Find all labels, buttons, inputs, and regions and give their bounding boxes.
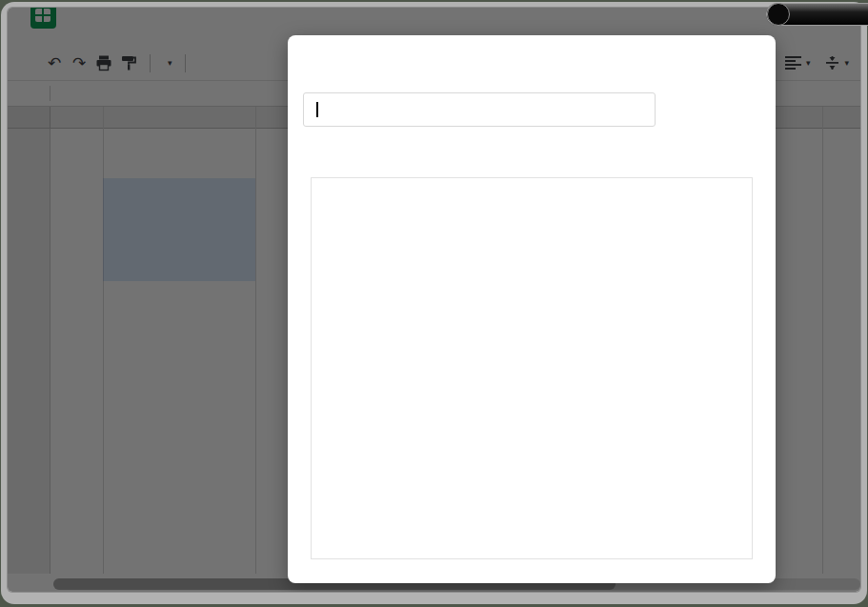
apply-button[interactable] — [667, 96, 753, 133]
custom-number-formats-dialog — [288, 35, 776, 583]
screenshot-stage: ↶ ↷ ▾ ▾ ▾ — [0, 0, 868, 607]
text-caret — [316, 102, 318, 117]
format-list — [311, 177, 753, 559]
annotation-highlight-box — [303, 92, 665, 136]
format-input[interactable] — [303, 92, 656, 127]
techjunkie-watermark — [766, 3, 868, 26]
techjunkie-monogram-icon — [767, 3, 790, 26]
sheets-window: ↶ ↷ ▾ ▾ ▾ — [8, 8, 860, 592]
sample-row — [311, 149, 753, 166]
